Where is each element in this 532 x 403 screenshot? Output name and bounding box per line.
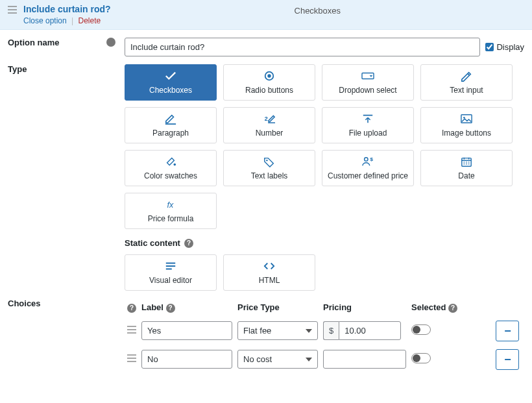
type-text-labels[interactable]: Text labels: [223, 150, 315, 186]
svg-text:2: 2: [265, 116, 268, 122]
code-icon: [262, 260, 276, 272]
number-icon: 2: [262, 113, 276, 125]
col-label: Label: [141, 302, 163, 312]
svg-text:$: $: [370, 156, 374, 162]
remove-choice-button[interactable]: −: [496, 321, 519, 341]
remove-choice-button[interactable]: −: [496, 349, 519, 370]
choices-section: Choices ? Label ? Price Type Pricing Sel…: [0, 295, 532, 378]
type-price-formula[interactable]: fx Price formula: [125, 193, 217, 229]
option-header: Include curtain rod? Close option | Dele…: [0, 0, 532, 30]
display-checkbox[interactable]: [485, 43, 494, 51]
choice-price-input[interactable]: [323, 350, 406, 369]
upload-icon: [361, 113, 375, 125]
formula-icon: fx: [163, 199, 178, 210]
dropdown-icon: [361, 70, 375, 82]
help-icon[interactable]: ?: [448, 304, 457, 313]
type-checkboxes[interactable]: Checkboxes: [125, 64, 217, 101]
type-image-buttons[interactable]: Image buttons: [420, 107, 513, 143]
tag-icon: [262, 156, 276, 167]
type-label: Type: [8, 64, 27, 291]
check-icon: [163, 70, 178, 82]
help-icon[interactable]: ?: [184, 239, 193, 248]
col-pricing: Pricing: [323, 302, 352, 312]
delete-option-link[interactable]: Delete: [79, 16, 101, 25]
close-option-link[interactable]: Close option: [23, 16, 67, 25]
help-icon[interactable]: ?: [166, 304, 175, 313]
help-icon[interactable]: ?: [127, 304, 136, 313]
svg-rect-4: [461, 115, 472, 123]
choice-row: No cost −: [125, 345, 524, 374]
separator: |: [71, 16, 73, 25]
image-icon: [459, 113, 474, 125]
option-name-input[interactable]: [125, 38, 480, 56]
static-content-label: Static content: [125, 238, 180, 248]
currency-symbol: $: [323, 321, 339, 340]
option-name-label: Option name: [8, 38, 59, 56]
type-html[interactable]: HTML: [223, 254, 315, 291]
col-selected: Selected: [411, 302, 446, 312]
drag-handle-icon[interactable]: [127, 354, 136, 364]
col-price-type: Price Type: [237, 302, 280, 312]
choice-row: Flat fee $ −: [125, 317, 524, 345]
type-cards: Checkboxes Radio buttons Dropdown select…: [125, 64, 524, 229]
choice-label-input[interactable]: [141, 350, 232, 369]
paint-icon: [163, 156, 178, 167]
type-radio[interactable]: Radio buttons: [223, 64, 315, 101]
calendar-icon: [459, 156, 474, 167]
drag-handle-icon[interactable]: [127, 326, 136, 336]
svg-point-8: [365, 158, 368, 161]
type-paragraph[interactable]: Paragraph: [125, 107, 217, 143]
selected-toggle[interactable]: [411, 353, 431, 363]
pencil-icon: [459, 70, 474, 82]
option-name-section: Option name ? Display: [0, 30, 532, 60]
display-toggle[interactable]: Display: [485, 42, 524, 52]
static-cards: Visual editor HTML: [125, 254, 524, 291]
svg-point-6: [174, 164, 176, 166]
help-icon[interactable]: ?: [106, 38, 115, 47]
type-section: Type Checkboxes Radio buttons Dropdown s…: [0, 60, 532, 295]
choice-price-input[interactable]: [339, 321, 401, 340]
option-type-indicator: Checkboxes: [111, 6, 524, 16]
pencil-line-icon: [163, 113, 178, 125]
choice-price-type-select[interactable]: Flat fee: [237, 321, 318, 340]
type-dropdown[interactable]: Dropdown select: [322, 64, 414, 101]
choices-label: Choices: [8, 299, 41, 374]
type-date[interactable]: Date: [420, 150, 513, 186]
type-color-swatches[interactable]: Color swatches: [125, 150, 217, 186]
header-left: Include curtain rod? Close option | Dele…: [23, 4, 111, 25]
svg-point-7: [266, 160, 267, 161]
display-label: Display: [496, 42, 524, 52]
svg-text:fx: fx: [167, 201, 174, 210]
choices-table: ? Label ? Price Type Pricing Selected ? …: [125, 299, 524, 374]
type-visual-editor[interactable]: Visual editor: [125, 254, 217, 291]
choice-label-input[interactable]: [141, 321, 232, 340]
option-title: Include curtain rod?: [23, 4, 111, 14]
editor-icon: [163, 260, 178, 272]
type-text-input[interactable]: Text input: [420, 64, 513, 101]
svg-point-1: [267, 74, 271, 77]
selected-toggle[interactable]: [411, 324, 431, 335]
choice-price-type-select[interactable]: No cost: [237, 350, 318, 369]
type-customer-price[interactable]: $ Customer defined price: [322, 150, 414, 186]
radio-icon: [262, 70, 276, 82]
person-price-icon: $: [361, 156, 375, 167]
type-number[interactable]: 2 Number: [223, 107, 315, 143]
type-file-upload[interactable]: File upload: [322, 107, 414, 143]
drag-handle-icon[interactable]: [8, 6, 17, 16]
